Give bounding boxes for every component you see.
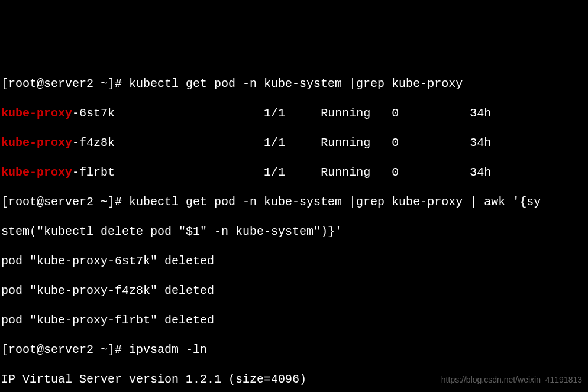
grep-match: kube-proxy [1,136,72,150]
pod-suffix: -f4z8k [72,136,115,150]
pod-status: Running [321,136,370,150]
cmd-line-3: [root@server2 ~]# ipvsadm -ln [1,342,587,357]
grep-match: kube-proxy [1,166,72,179]
watermark-text: https://blog.csdn.net/weixin_41191813 [441,375,582,385]
grep-match: kube-proxy [1,106,72,120]
cmd-line-2-cont: stem("kubectl delete pod "$1" -n kube-sy… [1,224,587,239]
pod-suffix: -6st7k [72,106,115,120]
pod-suffix: -flrbt [72,166,115,179]
pod-status: Running [321,166,370,179]
delete-output: pod "kube-proxy-flrbt" deleted [1,313,587,328]
shell-prompt: [root@server2 ~]# [1,343,129,357]
pod-age: 34h [470,136,491,150]
pod-row: kube-proxy-6st7k 1/1 Running 0 34h [1,106,587,121]
shell-prompt: [root@server2 ~]# [1,77,129,90]
cmd-line-2: [root@server2 ~]# kubectl get pod -n kub… [1,195,587,209]
delete-output: pod "kube-proxy-6st7k" deleted [1,254,587,268]
pod-ready: 1/1 [264,136,285,150]
command-text: ipvsadm -ln [129,343,207,357]
pod-restarts: 0 [392,166,399,179]
command-text: kubectl get pod -n kube-system |grep kub… [129,195,541,209]
pod-age: 34h [470,166,491,179]
pod-restarts: 0 [392,106,399,120]
pod-age: 34h [470,106,491,120]
command-text: stem("kubectl delete pod "$1" -n kube-sy… [1,225,342,238]
pod-ready: 1/1 [264,166,285,179]
pod-restarts: 0 [392,136,399,150]
pod-row: kube-proxy-flrbt 1/1 Running 0 34h [1,165,587,180]
pod-row: kube-proxy-f4z8k 1/1 Running 0 34h [1,135,587,150]
pod-status: Running [321,106,370,120]
cmd-line-1: [root@server2 ~]# kubectl get pod -n kub… [1,76,587,91]
terminal-output: [root@server2 ~]# kubectl get pod -n kub… [1,61,587,392]
pod-ready: 1/1 [264,106,285,120]
delete-output: pod "kube-proxy-f4z8k" deleted [1,283,587,298]
command-text: kubectl get pod -n kube-system |grep kub… [129,77,463,90]
shell-prompt: [root@server2 ~]# [1,195,129,209]
